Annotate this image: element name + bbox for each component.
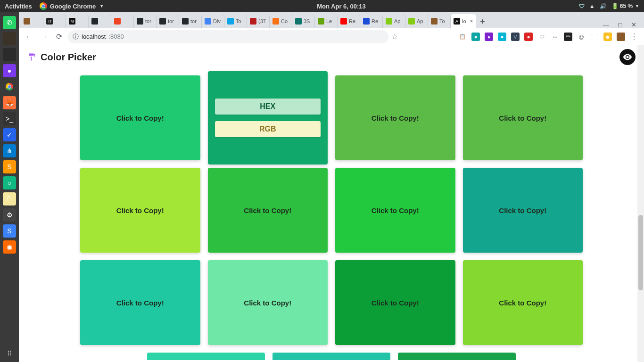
- extension-icon[interactable]: ⋮⋮: [590, 33, 599, 41]
- copy-rgb-button[interactable]: RGB: [215, 121, 321, 137]
- tab-favicon: [408, 18, 415, 25]
- volume-icon[interactable]: 🔊: [600, 3, 607, 9]
- scrollbar-track[interactable]: [637, 45, 644, 362]
- extension-icon[interactable]: ●: [471, 33, 480, 41]
- tab-favicon: [272, 18, 279, 25]
- dock-app-icon[interactable]: ○: [3, 176, 16, 189]
- browser-tab[interactable]: [89, 14, 111, 28]
- color-swatch[interactable]: Click to Copy!: [463, 168, 583, 253]
- browser-tab[interactable]: 3S: [292, 14, 315, 28]
- current-app-indicator[interactable]: Google Chrome ▼: [40, 2, 104, 10]
- tab-label: lo: [462, 18, 466, 24]
- dock-app-icon[interactable]: 🗒: [3, 192, 16, 206]
- color-swatch[interactable]: Click to Copy!: [335, 168, 455, 253]
- dock-app-icon[interactable]: 🦊: [3, 96, 16, 109]
- extension-icon[interactable]: 📋: [458, 33, 467, 41]
- color-swatch[interactable]: [147, 353, 265, 360]
- page-viewport: Color Picker Click to Copy!HEXRGBClick t…: [19, 45, 644, 362]
- browser-tab[interactable]: tor: [179, 14, 202, 28]
- dock-app-icon[interactable]: S: [3, 160, 16, 173]
- tab-label: To: [236, 18, 241, 24]
- color-swatch[interactable]: Click to Copy!: [463, 260, 583, 345]
- wifi-icon[interactable]: ▲: [589, 3, 595, 9]
- browser-tab[interactable]: Le: [315, 14, 338, 28]
- extension-icon[interactable]: @: [577, 33, 586, 41]
- forward-button[interactable]: →: [38, 31, 50, 43]
- color-swatch[interactable]: Click to Copy!: [335, 260, 455, 345]
- color-swatch[interactable]: Click to Copy!: [335, 75, 455, 160]
- color-swatch[interactable]: HEXRGB: [208, 71, 328, 165]
- extension-icon[interactable]: ●: [498, 33, 506, 41]
- color-swatch[interactable]: Click to Copy!: [80, 168, 200, 253]
- dock-app-icon[interactable]: ⚙: [3, 208, 16, 222]
- browser-tab[interactable]: [21, 14, 43, 28]
- browser-tab[interactable]: (37: [247, 14, 270, 28]
- dock-app-icon[interactable]: [3, 32, 16, 45]
- extension-icon[interactable]: [617, 33, 625, 41]
- extension-icon[interactable]: ☻: [603, 33, 612, 41]
- minimize-button[interactable]: —: [603, 21, 609, 28]
- tab-favicon: Tr: [46, 18, 53, 25]
- browser-tab[interactable]: Div: [202, 14, 224, 28]
- swatch-label: Click to Copy!: [499, 206, 546, 214]
- color-swatch[interactable]: [272, 353, 390, 360]
- browser-tab[interactable]: To: [224, 14, 247, 28]
- browser-tab[interactable]: Alo×: [451, 14, 476, 28]
- dock-app-icon[interactable]: ✓: [3, 128, 16, 141]
- url-input[interactable]: ⓘ localhost:8080: [68, 30, 388, 43]
- bookmark-star-icon[interactable]: ☆: [391, 32, 398, 41]
- extension-icon[interactable]: ▭: [551, 33, 559, 41]
- dock-app-icon[interactable]: ⋔: [3, 144, 16, 157]
- battery-indicator[interactable]: 🔋 65 % ▼: [611, 3, 639, 9]
- browser-tab[interactable]: Co: [270, 14, 292, 28]
- browser-tab[interactable]: tor: [134, 14, 157, 28]
- close-button[interactable]: ✕: [631, 21, 636, 28]
- tab-favicon: [114, 18, 121, 25]
- dock-app-icon[interactable]: ✆: [3, 16, 16, 29]
- dock-app-icon[interactable]: ◉: [3, 240, 16, 254]
- browser-tab[interactable]: To: [428, 14, 451, 28]
- shield-icon[interactable]: 🛡: [579, 3, 585, 9]
- color-swatch[interactable]: Click to Copy!: [463, 75, 583, 160]
- browser-tab[interactable]: Re: [360, 14, 383, 28]
- tab-close-button[interactable]: ×: [470, 18, 473, 25]
- extension-icon[interactable]: ●: [524, 33, 533, 41]
- browser-tab[interactable]: Ap: [383, 14, 405, 28]
- activities-button[interactable]: Activities: [5, 3, 32, 10]
- tab-strip: TrMtortortorDivTo(37Co3SLeReReApApToAlo×…: [19, 12, 644, 28]
- extension-icon[interactable]: ✏: [564, 33, 572, 41]
- chrome-menu-button[interactable]: ⋮: [628, 31, 640, 43]
- maximize-button[interactable]: ◻: [618, 21, 623, 28]
- theme-toggle-button[interactable]: [619, 49, 636, 65]
- color-grid: Click to Copy!HEXRGBClick to Copy!Click …: [80, 75, 583, 345]
- clock[interactable]: Mon Apr 6, 00:13: [104, 3, 579, 10]
- browser-tab[interactable]: Re: [338, 14, 360, 28]
- back-button[interactable]: ←: [23, 31, 35, 43]
- browser-tab[interactable]: M: [66, 14, 89, 28]
- color-swatch[interactable]: [398, 353, 516, 360]
- browser-tab[interactable]: Ap: [405, 14, 428, 28]
- dock-app-icon[interactable]: S: [3, 224, 16, 238]
- color-swatch[interactable]: Click to Copy!: [80, 75, 200, 160]
- show-apps-button[interactable]: ⠿: [7, 350, 12, 357]
- copy-hex-button[interactable]: HEX: [215, 99, 321, 115]
- dock-app-icon[interactable]: ●: [3, 64, 16, 77]
- color-swatch[interactable]: Click to Copy!: [80, 260, 200, 345]
- extension-icon[interactable]: 🛡: [537, 33, 546, 41]
- new-tab-button[interactable]: +: [476, 15, 489, 28]
- browser-tab[interactable]: tor: [157, 14, 179, 28]
- color-swatch[interactable]: Click to Copy!: [208, 260, 328, 345]
- tab-favicon: [431, 18, 438, 25]
- extension-icon[interactable]: V: [511, 33, 520, 41]
- tab-favicon: [386, 18, 392, 25]
- browser-tab[interactable]: [111, 14, 134, 28]
- dock-app-icon[interactable]: [3, 80, 16, 93]
- reload-button[interactable]: ⟳: [53, 31, 65, 43]
- dock-app-icon[interactable]: >_: [3, 112, 16, 125]
- dock-app-icon[interactable]: [3, 48, 16, 61]
- color-swatch[interactable]: Click to Copy!: [208, 168, 328, 253]
- browser-tab[interactable]: Tr: [43, 14, 66, 28]
- tab-label: Ap: [417, 18, 423, 24]
- scrollbar-thumb[interactable]: [638, 215, 643, 290]
- extension-icon[interactable]: ♦: [485, 33, 493, 41]
